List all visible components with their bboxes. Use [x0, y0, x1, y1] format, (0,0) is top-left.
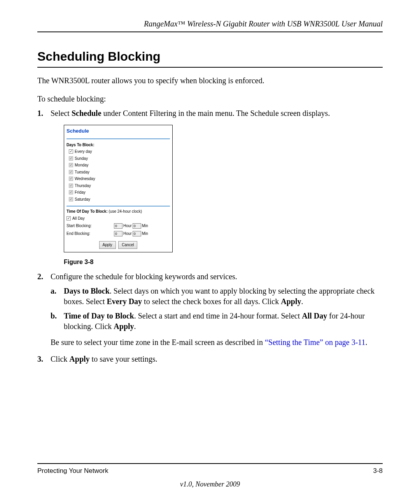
ss-day-tuesday: ✓ Tuesday [66, 170, 170, 175]
ss-day-everyday: ✓ Every day [66, 149, 170, 154]
footer-chapter-title: Protecting Your Network [37, 467, 108, 475]
ss-min-unit: Min [142, 231, 148, 236]
ss-day-label: Thursday [75, 183, 91, 189]
step-1: 1. Select Schedule under Content Filteri… [37, 108, 383, 269]
step-3-bold: Apply [69, 355, 89, 363]
page-title: Scheduling Blocking [37, 49, 383, 68]
ss-day-label: Sunday [75, 156, 88, 161]
ss-time-heading-rest: (use 24-hour clock) [108, 209, 142, 214]
step-3-number: 3. [37, 354, 51, 364]
step-2a: a. Days to Block. Select days on which y… [51, 286, 383, 307]
step-2-tail-pre: Be sure to select your time zone in the … [51, 338, 265, 346]
checkbox-everyday[interactable]: ✓ [69, 149, 73, 154]
cancel-button[interactable]: Cancel [118, 241, 137, 249]
ss-time-heading: Time Of Day To Block: (use 24-hour clock… [66, 209, 170, 214]
ss-min-unit: Min [142, 223, 148, 229]
start-hour-input[interactable]: 0 [114, 223, 122, 229]
ss-allday-row: ✓ All Day [66, 216, 170, 221]
checkbox-monday[interactable]: ✓ [69, 163, 73, 167]
ss-day-label: Every day [75, 149, 92, 154]
step-3: 3. Click Apply to save your settings. [37, 354, 383, 364]
ss-start-label: Start Blocking: [66, 223, 113, 229]
step-1-number: 1. [37, 108, 51, 269]
apply-button[interactable]: Apply [99, 241, 116, 249]
step-2-text: Configure the schedule for blocking keyw… [51, 272, 237, 281]
checkbox-sunday[interactable]: ✓ [69, 156, 73, 161]
step-3-pre: Click [51, 355, 69, 363]
step-2a-t2: to select the check boxes for all days. … [142, 297, 281, 306]
step-2a-b2: Every Day [107, 297, 142, 306]
ss-hour-unit: Hour [123, 231, 132, 236]
step-1-bold: Schedule [72, 109, 102, 117]
figure-caption: Figure 3-8 [64, 258, 383, 266]
step-2-number: 2. [37, 271, 51, 352]
checkbox-tuesday[interactable]: ✓ [69, 170, 73, 174]
step-2b-t3: . [134, 322, 136, 331]
ss-divider [66, 206, 170, 206]
step-2b-b2: All Day [302, 312, 327, 320]
ss-day-label: Tuesday [75, 170, 89, 175]
step-2b-b1: Time of Day to Block [64, 312, 134, 320]
step-1-text-pre: Select [51, 109, 72, 117]
ss-day-label: Wednesday [75, 176, 95, 182]
ss-allday-label: All Day [72, 216, 85, 221]
body-content: The WNR3500L router allows you to specif… [37, 75, 383, 364]
step-2-tail-post: . [366, 338, 368, 346]
ss-end-row: End Blocking: 0 Hour 0 Min [66, 231, 170, 236]
ss-title: Schedule [66, 128, 170, 139]
ss-day-saturday: ✓ Saturday [66, 197, 170, 202]
step-2a-letter: a. [51, 286, 64, 307]
step-2b-letter: b. [51, 311, 64, 332]
ss-day-monday: ✓ Monday [66, 163, 170, 168]
checkbox-saturday[interactable]: ✓ [69, 197, 73, 201]
start-min-input[interactable]: 0 [133, 223, 141, 229]
schedule-screenshot: Schedule Days To Block: ✓ Every day ✓ Su… [64, 125, 173, 252]
ss-day-label: Friday [75, 190, 86, 195]
step-2b-b3: Apply [114, 322, 134, 331]
intro-para-2: To schedule blocking: [37, 94, 383, 104]
checkbox-allday[interactable]: ✓ [66, 216, 71, 220]
step-2b: b. Time of Day to Block. Select a start … [51, 311, 383, 332]
ss-day-wednesday: ✓ Wednesday [66, 176, 170, 182]
ss-end-label: End Blocking: [66, 231, 113, 236]
end-hour-input[interactable]: 0 [114, 231, 122, 236]
ss-day-sunday: ✓ Sunday [66, 156, 170, 161]
ss-hour-unit: Hour [123, 223, 132, 229]
running-header: RangeMax™ Wireless-N Gigabit Router with… [37, 19, 383, 32]
step-2a-b3: Apply [281, 297, 301, 306]
checkbox-friday[interactable]: ✓ [69, 190, 73, 194]
step-2: 2. Configure the schedule for blocking k… [37, 271, 383, 352]
end-min-input[interactable]: 0 [133, 231, 141, 236]
checkbox-thursday[interactable]: ✓ [69, 184, 73, 188]
step-2a-b1: Days to Block [64, 287, 110, 295]
figure-3-8: Schedule Days To Block: ✓ Every day ✓ Su… [64, 125, 383, 266]
ss-time-heading-bold: Time Of Day To Block: [66, 209, 108, 214]
step-1-text-post: under Content Filtering in the main menu… [102, 109, 330, 117]
footer-page-number: 3-8 [373, 467, 383, 475]
ss-day-thursday: ✓ Thursday [66, 183, 170, 189]
intro-para-1: The WNR3500L router allows you to specif… [37, 75, 383, 86]
xref-setting-the-time[interactable]: “Setting the Time” on page 3-11 [265, 338, 366, 346]
ss-days-heading: Days To Block: [66, 142, 170, 148]
ss-start-row: Start Blocking: 0 Hour 0 Min [66, 223, 170, 229]
ss-day-friday: ✓ Friday [66, 190, 170, 195]
step-3-post: to save your settings. [90, 355, 158, 363]
footer-version: v1.0, November 2009 [37, 480, 383, 488]
page-footer: Protecting Your Network 3-8 v1.0, Novemb… [37, 463, 383, 488]
manual-page: RangeMax™ Wireless-N Gigabit Router with… [0, 0, 420, 504]
checkbox-wednesday[interactable]: ✓ [69, 177, 73, 181]
step-2b-t1: . Select a start and end time in 24-hour… [134, 312, 302, 320]
ss-day-label: Monday [75, 163, 89, 168]
ss-day-label: Saturday [75, 197, 90, 202]
step-2a-t3: . [301, 297, 303, 306]
ss-button-row: Apply Cancel [66, 241, 170, 249]
